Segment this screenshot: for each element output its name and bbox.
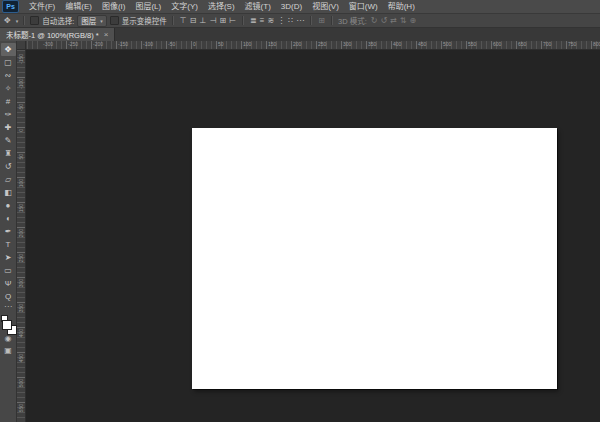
menu-type[interactable]: 文字(Y) (166, 0, 203, 13)
3d-rotate-icon: ↻ (370, 15, 379, 26)
3d-drag-icon: ⇄ (389, 15, 398, 26)
distribute-horizontal-centers-icon[interactable]: ∷ (287, 15, 294, 26)
gradient-tool[interactable]: ◧ (1, 186, 16, 199)
ruler-label: 200 (17, 229, 25, 237)
menu-layer[interactable]: 图层(L) (130, 0, 166, 13)
quick-selection-tool[interactable]: ✧ (1, 82, 16, 95)
screen-mode-button[interactable]: ▣ (1, 345, 16, 357)
edit-toolbar-icon[interactable]: ⋯ (1, 303, 16, 313)
ruler-label: 400 (17, 329, 25, 337)
foreground-color-swatch[interactable] (2, 320, 12, 330)
ruler-label: 0 (17, 129, 25, 132)
chevron-down-icon: ▾ (100, 18, 103, 24)
tools-panel: ✥▢∾✧#✑✚✎♜↺▱◧●◖✒T➤▭ΨQ ⋯ ◉ ▣ (0, 41, 17, 422)
align-horizontal-centers-icon[interactable]: ⊞ (218, 15, 227, 26)
dodge-tool[interactable]: ◖ (1, 212, 16, 225)
clone-stamp-tool[interactable]: ♜ (1, 147, 16, 160)
ruler-origin-corner[interactable] (17, 41, 26, 50)
ruler-label: 150 (268, 41, 276, 47)
document-tab-bar: 未标题-1 @ 100%(RGB/8) * × (0, 28, 600, 42)
photoshop-window: Ps 文件(F)编辑(E)图像(I)图层(L)文字(Y)选择(S)滤镜(T)3D… (0, 0, 600, 422)
auto-select-label: 自动选择: (42, 15, 74, 26)
ruler-label: 50 (218, 41, 224, 47)
distribute-vertical-centers-icon[interactable]: ≡ (259, 15, 266, 26)
pen-tool[interactable]: ✒ (1, 225, 16, 238)
move-tool-preset-icon[interactable]: ✥ (3, 15, 12, 26)
ruler-label: 800 (593, 41, 600, 47)
ruler-label: 100 (243, 41, 251, 47)
photoshop-logo: Ps (2, 0, 19, 13)
ruler-label: -150 (17, 54, 25, 64)
show-transform-label: 显示变换控件 (122, 15, 167, 26)
ruler-label: -150 (118, 41, 128, 47)
auto-select-checkbox[interactable] (30, 16, 39, 25)
align-bottom-edges-icon[interactable]: ⊥ (199, 15, 208, 26)
separator (331, 16, 333, 25)
blur-tool[interactable]: ● (1, 199, 16, 212)
menu-select[interactable]: 选择(S) (203, 0, 240, 13)
ruler-label: -50 (168, 41, 175, 47)
align-right-edges-icon[interactable]: ⊢ (228, 15, 237, 26)
ruler-label: 650 (518, 41, 526, 47)
ruler-label: 250 (318, 41, 326, 47)
3d-mode-label: 3D 模式: (338, 15, 367, 26)
distribute-bottom-edges-icon[interactable]: ≋ (266, 15, 275, 26)
menu-window[interactable]: 窗口(W) (344, 0, 383, 13)
ruler-label: 350 (17, 304, 25, 312)
crop-tool[interactable]: # (1, 95, 16, 108)
menu-help[interactable]: 帮助(H) (383, 0, 420, 13)
rectangle-tool[interactable]: ▭ (1, 264, 16, 277)
brush-tool[interactable]: ✎ (1, 134, 16, 147)
history-brush-tool[interactable]: ↺ (1, 160, 16, 173)
horizontal-ruler[interactable]: -300-250-200-150-100-5005010015020025030… (26, 41, 600, 50)
lasso-tool[interactable]: ∾ (1, 69, 16, 82)
menu-view[interactable]: 视图(V) (307, 0, 344, 13)
spot-healing-brush-tool[interactable]: ✚ (1, 121, 16, 134)
menu-3d[interactable]: 3D(D) (276, 0, 307, 13)
document-canvas[interactable] (192, 128, 557, 389)
ruler-label: 300 (343, 41, 351, 47)
show-transform-checkbox[interactable] (110, 16, 119, 25)
ruler-label: 0 (193, 41, 196, 47)
auto-align-layers-icon[interactable]: ⊞ (317, 15, 326, 26)
close-icon[interactable]: × (104, 31, 109, 39)
ruler-label: 700 (543, 41, 551, 47)
ruler-label: 50 (17, 154, 25, 160)
menu-bar: Ps 文件(F)编辑(E)图像(I)图层(L)文字(Y)选择(S)滤镜(T)3D… (0, 0, 600, 14)
horizontal-type-tool[interactable]: T (1, 238, 16, 251)
tool-preset-caret-icon[interactable]: ▾ (16, 18, 19, 24)
ruler-label: 250 (17, 254, 25, 262)
align-top-edges-icon[interactable]: ⊤ (179, 15, 188, 26)
document-tab[interactable]: 未标题-1 @ 100%(RGB/8) * × (0, 28, 115, 41)
separator (172, 16, 174, 25)
rectangular-marquee-tool[interactable]: ▢ (1, 56, 16, 69)
separator (242, 16, 244, 25)
align-left-edges-icon[interactable]: ⊣ (208, 15, 217, 26)
vertical-ruler[interactable]: -150-100-5005010015020025030035040045050… (17, 50, 26, 422)
eraser-tool[interactable]: ▱ (1, 173, 16, 186)
auto-select-value: 图层 (81, 15, 96, 26)
ruler-label: 600 (493, 41, 501, 47)
distribute-left-edges-icon[interactable]: ⋮ (276, 15, 286, 26)
distribute-right-edges-icon[interactable]: ⋯ (295, 15, 305, 26)
ruler-label: 500 (443, 41, 451, 47)
eyedropper-tool[interactable]: ✑ (1, 108, 16, 121)
separator (23, 16, 25, 25)
auto-select-dropdown[interactable]: 图层 ▾ (77, 15, 107, 27)
options-bar: ✥ ▾ 自动选择: 图层 ▾ 显示变换控件 ⊤⊟⊥⊣⊞⊢ ≣≡≋⋮∷⋯ ⊞ 3D… (0, 14, 600, 28)
path-selection-tool[interactable]: ➤ (1, 251, 16, 264)
3d-roll-icon: ↺ (379, 15, 388, 26)
align-vertical-centers-icon[interactable]: ⊟ (189, 15, 198, 26)
ruler-label: 300 (17, 279, 25, 287)
menu-filter[interactable]: 滤镜(T) (240, 0, 276, 13)
distribute-top-edges-icon[interactable]: ≣ (249, 15, 258, 26)
ruler-label: 100 (17, 179, 25, 187)
hand-tool[interactable]: Ψ (1, 277, 16, 290)
ruler-label: 550 (17, 404, 25, 412)
menu-image[interactable]: 图像(I) (97, 0, 131, 13)
ruler-label: -50 (17, 104, 25, 111)
canvas-pasteboard[interactable] (26, 50, 600, 422)
menu-edit[interactable]: 编辑(E) (60, 0, 97, 13)
menu-file[interactable]: 文件(F) (24, 0, 60, 13)
move-tool[interactable]: ✥ (1, 43, 16, 56)
